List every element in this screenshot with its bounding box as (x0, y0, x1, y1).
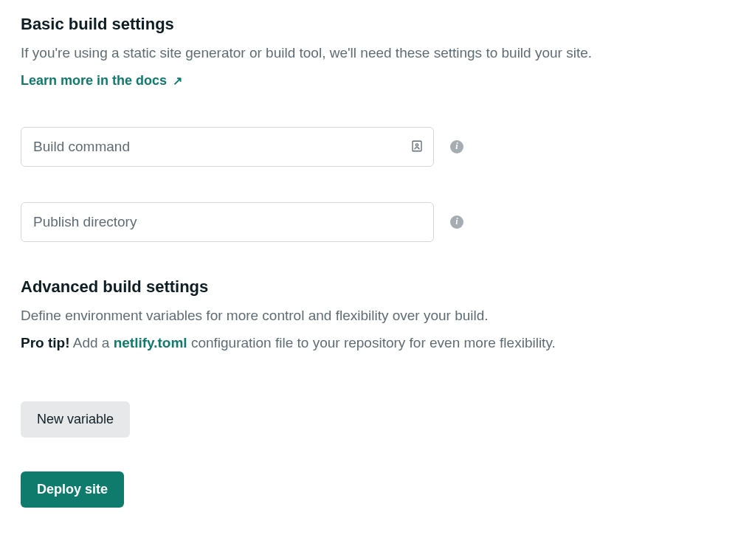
learn-more-docs-label: Learn more in the docs (21, 73, 167, 89)
pro-tip-prefix: Add a (70, 335, 114, 350)
publish-directory-input-wrapper (21, 202, 434, 242)
advanced-settings-title: Advanced build settings (21, 277, 717, 297)
netlify-toml-link[interactable]: netlify.toml (114, 335, 187, 350)
pro-tip-suffix: configuration file to your repository fo… (187, 335, 556, 350)
build-command-row: i (21, 127, 717, 167)
deploy-site-button[interactable]: Deploy site (21, 471, 124, 508)
build-command-input-wrapper (21, 127, 434, 167)
pro-tip-label: Pro tip! (21, 335, 70, 350)
basic-settings-description: If you're using a static site generator … (21, 43, 717, 64)
basic-settings-title: Basic build settings (21, 15, 717, 34)
build-command-input[interactable] (21, 127, 434, 167)
info-icon[interactable]: i (450, 215, 463, 229)
learn-more-docs-link[interactable]: Learn more in the docs ↗ (21, 73, 182, 89)
external-link-icon: ↗ (173, 74, 182, 88)
advanced-settings-description: Define environment variables for more co… (21, 305, 717, 327)
new-variable-button[interactable]: New variable (21, 401, 130, 438)
info-icon[interactable]: i (450, 140, 463, 153)
publish-directory-row: i (21, 202, 717, 242)
publish-directory-input[interactable] (21, 202, 434, 242)
pro-tip-text: Pro tip! Add a netlify.toml configuratio… (21, 335, 717, 351)
